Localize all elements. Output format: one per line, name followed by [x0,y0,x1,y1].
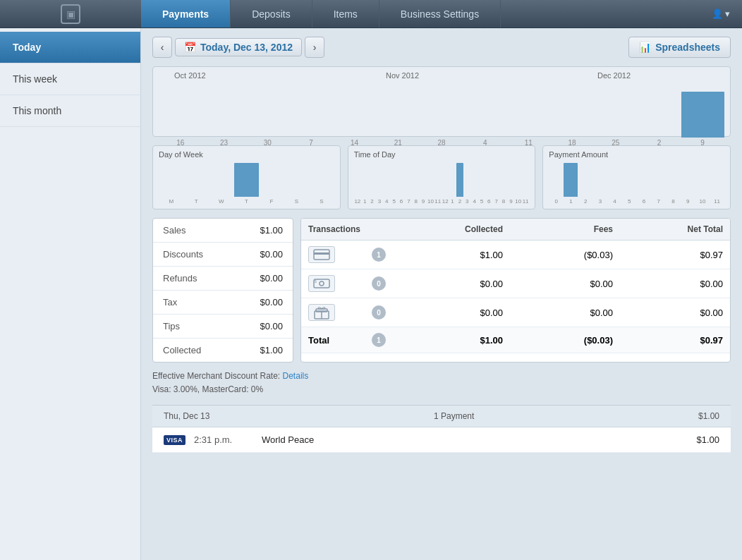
small-chart-bar [442,196,449,197]
sidebar-item-today[interactable]: Today [0,32,140,63]
trans-collected: $0.00 [393,279,503,289]
small-chart-bar [622,196,636,197]
main-layout: Today This week This month ‹ 📅 Today, De… [0,28,742,560]
logo-icon: ▣ [61,4,80,24]
summary-row: Collected$1.00 [153,339,293,362]
small-chart-bar [501,196,507,197]
small-chart-label: 4 [470,198,478,205]
nav-tab-payments[interactable]: Payments [141,0,231,28]
small-chart-label: 2 [456,198,463,205]
nav-tab-business-settings[interactable]: Business Settings [379,0,501,28]
trans-header-type: Transactions [308,224,365,234]
nav-logo: ▣ [0,4,141,24]
trans-date: Thu, Dec 13 [164,411,209,421]
small-chart-bar [184,196,209,197]
summary-value: $0.00 [260,273,283,284]
chart-bar [638,137,681,138]
chart-bar [289,137,332,138]
trans-rows: 1 $1.00 ($0.03) $0.97 $ 0 $0.00 $0.00 $0… [301,241,730,353]
small-chart-bar [608,196,622,197]
chart-month-dec: Dec 2012 [597,71,724,80]
small-chart-label: 1 [449,198,456,205]
footer-details-link[interactable]: Details [283,371,309,381]
trans-icon: $ [308,275,335,292]
small-chart-bar [486,196,492,197]
sidebar-item-this-week[interactable]: This week [0,63,140,95]
chart-months: Oct 2012 Nov 2012 Dec 2012 [174,71,724,80]
small-charts-row: Day of WeekMTWTFSSTime of Day12123456789… [152,145,731,209]
small-chart-bar [383,196,389,197]
svg-rect-7 [316,309,327,312]
trans-total-net: $0.97 [613,335,723,346]
small-chart-labels-1: 121234567891011121234567891011 [354,198,530,205]
sidebar: Today This week This month [0,28,141,560]
small-chart-0: Day of WeekMTWTFSS [152,145,341,209]
small-chart-bar [493,196,499,197]
small-chart-bar [413,196,419,197]
trans-collected: $1.00 [393,250,503,260]
chart-bar [159,137,202,138]
summary-label: Collected [163,345,201,355]
small-chart-2: Payment Amount01234567891011 [542,145,731,209]
nav-tab-deposits[interactable]: Deposits [231,0,312,28]
nav-tab-items[interactable]: Items [312,0,379,28]
small-chart-label: 12 [354,198,361,205]
chart-bar [463,137,506,138]
user-menu[interactable]: 👤 ▾ [700,8,742,19]
calendar-icon: 📅 [184,42,196,53]
trans-icon [308,304,335,321]
chart-bars [159,88,724,138]
trans-icon-col [308,304,365,321]
trans-count-col: 0 [365,305,393,319]
small-chart-label: W [209,198,234,205]
small-chart-bar [508,196,514,197]
small-chart-label: 5 [390,198,397,205]
trans-fees: $0.00 [503,279,613,289]
small-chart-label: 0 [549,198,564,205]
chart-bar [595,137,638,138]
small-chart-label: 12 [442,198,449,205]
small-chart-bar [361,196,367,197]
transaction-item[interactable]: VISA 2:31 p.m. World Peace $1.00 [152,427,731,453]
small-chart-bar [260,196,284,197]
trans-header-net: Net Total [613,224,723,234]
small-chart-bar [449,196,456,197]
trans-total-label: Total [308,335,365,346]
summary-label: Discounts [163,249,203,260]
small-chart-bar [406,196,412,197]
trans-total-fees: ($0.03) [503,335,613,346]
transaction-date-row: Thu, Dec 13 1 Payment $1.00 [152,406,731,427]
trans-collected: $0.00 [393,308,503,318]
sidebar-item-this-month[interactable]: This month [0,95,140,127]
prev-date-button[interactable]: ‹ [152,37,172,58]
chart-bar [507,137,550,138]
small-chart-label: M [159,198,184,205]
summary-row: Refunds$0.00 [153,267,293,291]
chart-bar [377,137,420,138]
trans-icon-col: $ [308,275,365,292]
chart-bar [551,137,594,138]
small-chart-bar [695,196,710,197]
footer-line2: Visa: 3.00%, MasterCard: 0% [152,383,731,396]
trans-count: 1 Payment [434,411,474,421]
small-chart-label: 11 [522,198,529,205]
spreadsheets-button[interactable]: 📊 Spreadsheets [628,37,731,58]
trans-count-badge: 0 [372,276,386,291]
trans-header: Transactions Collected Fees Net Total [301,219,730,241]
date-bar: ‹ 📅 Today, Dec 13, 2012 › 📊 Spreadsheets [152,37,731,58]
small-chart-bar [564,163,578,197]
next-date-button[interactable]: › [305,37,324,58]
chart-bar [202,137,245,138]
main-content: ‹ 📅 Today, Dec 13, 2012 › 📊 Spreadsheets… [141,28,742,560]
small-chart-label: 8 [413,198,420,205]
transaction-list: Thu, Dec 13 1 Payment $1.00 VISA 2:31 p.… [152,405,731,453]
small-chart-bar [284,196,309,197]
small-chart-label: 6 [398,198,405,205]
small-chart-bar [637,196,651,197]
trans-count-col: 1 [365,248,393,262]
small-chart-label: 10 [695,198,710,205]
trans-row: 0 $0.00 $0.00 $0.00 [301,298,730,327]
small-chart-label: 1 [564,198,578,205]
transactions-table: Transactions Collected Fees Net Total 1 … [300,218,731,363]
trans-net: $0.97 [613,250,723,260]
